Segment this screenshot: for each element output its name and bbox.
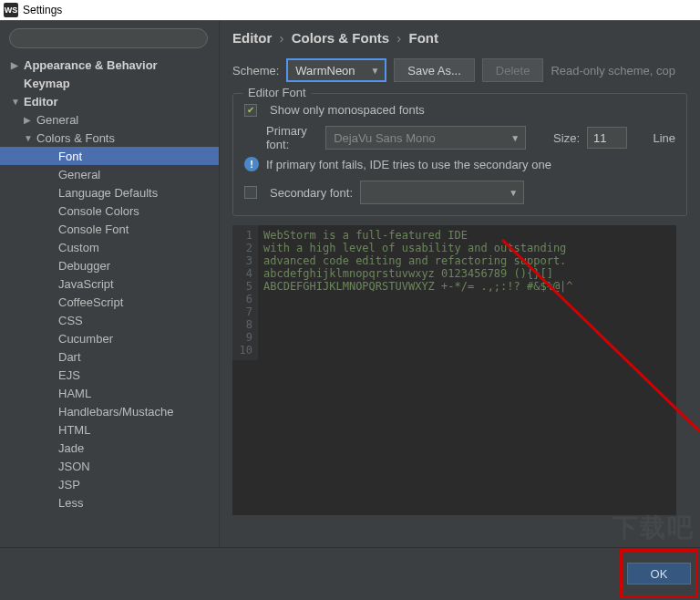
sidebar-item-label: HTML — [58, 423, 90, 437]
sidebar-item[interactable]: CoffeeScript — [0, 293, 219, 311]
title-bar: WS Settings — [0, 0, 700, 20]
editor-gutter: 12345678910 — [232, 225, 258, 360]
sidebar-item-label: Console Font — [58, 222, 129, 236]
scheme-select[interactable]: WarmNeon ▼ — [286, 58, 386, 82]
editor-font-group: Editor Font Show only monospaced fonts P… — [232, 93, 687, 216]
sidebar-item-label: EJS — [58, 368, 80, 382]
breadcrumb-b[interactable]: Colors & Fonts — [292, 30, 390, 46]
content-panel: Editor › Colors & Fonts › Font Scheme: W… — [219, 21, 700, 547]
size-input[interactable] — [587, 127, 627, 149]
info-text: If primary font fails, IDE tries to use … — [266, 158, 551, 171]
search-input[interactable] — [9, 28, 208, 48]
breadcrumb-c: Font — [409, 30, 438, 46]
window-title: Settings — [23, 4, 62, 16]
delete-button: Delete — [482, 58, 544, 82]
annotation-highlight: OK — [620, 549, 698, 598]
sidebar-item[interactable]: EJS — [0, 366, 219, 384]
primary-font-label: Primary font: — [266, 124, 318, 151]
scheme-row: Scheme: WarmNeon ▼ Save As... Delete Rea… — [232, 58, 687, 82]
save-as-button[interactable]: Save As... — [394, 58, 475, 82]
sidebar-item[interactable]: Console Font — [0, 220, 219, 238]
secondary-font-select[interactable]: ▼ — [360, 181, 524, 204]
sidebar-item[interactable]: Dart — [0, 347, 219, 366]
sidebar-item[interactable]: Keymap — [0, 74, 219, 92]
sidebar-item-label: Dart — [58, 350, 81, 364]
group-title: Editor Font — [242, 86, 312, 99]
sidebar-item-label: Jade — [58, 441, 84, 455]
sidebar-item[interactable]: Cucumber — [0, 329, 219, 347]
info-icon: ! — [244, 157, 259, 171]
secondary-font-label: Secondary font: — [270, 186, 353, 200]
sidebar-item[interactable]: ▶General — [0, 110, 219, 129]
breadcrumb-a[interactable]: Editor — [232, 30, 272, 46]
sidebar-item-label: Console Colors — [58, 204, 139, 218]
sidebar-item[interactable]: JavaScript — [0, 274, 219, 293]
scheme-label: Scheme: — [232, 64, 279, 78]
editor-scrollbar[interactable] — [676, 225, 687, 515]
sidebar-item-label: Cucumber — [58, 332, 113, 346]
sidebar-item-label: CoffeeScript — [58, 295, 123, 309]
tree-arrow-icon: ▼ — [24, 133, 36, 143]
primary-font-value: DejaVu Sans Mono — [334, 131, 436, 145]
sidebar-item-label: Less — [58, 496, 83, 510]
sidebar-item-label: JSON — [58, 460, 90, 473]
tree-arrow-icon: ▶ — [24, 115, 36, 125]
scheme-value: WarmNeon — [295, 64, 355, 78]
sidebar-item[interactable]: Handlebars/Mustache — [0, 402, 219, 420]
sidebar-item-label: CSS — [58, 314, 83, 327]
chevron-down-icon: ▼ — [509, 188, 518, 198]
sidebar-item-label: Handlebars/Mustache — [58, 405, 173, 419]
sidebar-item-label: Appearance & Behavior — [24, 58, 158, 72]
font-preview-editor[interactable]: 12345678910 WebStorm is a full-featured … — [232, 225, 687, 515]
sidebar-item[interactable]: Less — [0, 493, 219, 512]
dialog-footer: OK — [0, 547, 700, 600]
sidebar-item-label: Editor — [24, 95, 58, 109]
primary-font-select[interactable]: DejaVu Sans Mono ▼ — [325, 126, 526, 150]
sidebar-item-label: JSP — [58, 478, 80, 491]
sidebar-item[interactable]: Debugger — [0, 256, 219, 274]
sidebar-item[interactable]: CSS — [0, 311, 219, 329]
monospaced-checkbox[interactable] — [244, 104, 257, 117]
chevron-down-icon: ▼ — [510, 133, 520, 143]
sidebar-item-label: Keymap — [24, 77, 70, 90]
sidebar-item-label: General — [58, 168, 100, 181]
monospaced-label: Show only monospaced fonts — [270, 103, 425, 117]
sidebar-item-label: General — [36, 113, 78, 127]
sidebar-item[interactable]: General — [0, 165, 219, 183]
settings-tree: ▶Appearance & BehaviorKeymap▼Editor▶Gene… — [0, 56, 219, 512]
sidebar-item-label: JavaScript — [58, 277, 114, 291]
sidebar-item[interactable]: JSON — [0, 457, 219, 475]
sidebar-item[interactable]: Console Colors — [0, 202, 219, 220]
settings-sidebar: ▶Appearance & BehaviorKeymap▼Editor▶Gene… — [0, 21, 219, 547]
sidebar-item-label: Font — [58, 150, 82, 163]
sidebar-item[interactable]: ▼Editor — [0, 92, 219, 110]
sidebar-item[interactable]: Language Defaults — [0, 183, 219, 202]
sidebar-item[interactable]: HAML — [0, 384, 219, 402]
sidebar-item[interactable]: JSP — [0, 475, 219, 493]
breadcrumb: Editor › Colors & Fonts › Font — [232, 30, 687, 46]
sidebar-item-label: HAML — [58, 387, 91, 400]
main-area: ▶Appearance & BehaviorKeymap▼Editor▶Gene… — [0, 20, 700, 547]
info-row: ! If primary font fails, IDE tries to us… — [244, 157, 675, 171]
sidebar-item-label: Colors & Fonts — [36, 131, 115, 145]
sidebar-item[interactable]: Custom — [0, 238, 219, 256]
sidebar-item-label: Custom — [58, 241, 99, 254]
tree-arrow-icon: ▼ — [11, 97, 24, 107]
sidebar-item[interactable]: ▼Colors & Fonts — [0, 129, 219, 147]
editor-code: WebStorm is a full-featured IDEwith a hi… — [258, 225, 579, 360]
sidebar-item-label: Debugger — [58, 259, 110, 273]
app-logo-icon: WS — [4, 3, 18, 17]
chevron-right-icon: › — [396, 30, 401, 46]
sidebar-item[interactable]: Font — [0, 147, 219, 165]
sidebar-item[interactable]: HTML — [0, 420, 219, 439]
chevron-right-icon: › — [280, 30, 284, 46]
readonly-note: Read-only scheme, cop — [551, 64, 675, 78]
line-spacing-label: Line — [653, 131, 675, 145]
secondary-font-checkbox[interactable] — [244, 186, 257, 199]
sidebar-item[interactable]: Jade — [0, 439, 219, 457]
sidebar-item[interactable]: ▶Appearance & Behavior — [0, 56, 219, 74]
sidebar-item-label: Language Defaults — [58, 186, 158, 200]
chevron-down-icon: ▼ — [370, 66, 379, 76]
size-label: Size: — [553, 131, 580, 145]
ok-button[interactable]: OK — [627, 563, 691, 584]
